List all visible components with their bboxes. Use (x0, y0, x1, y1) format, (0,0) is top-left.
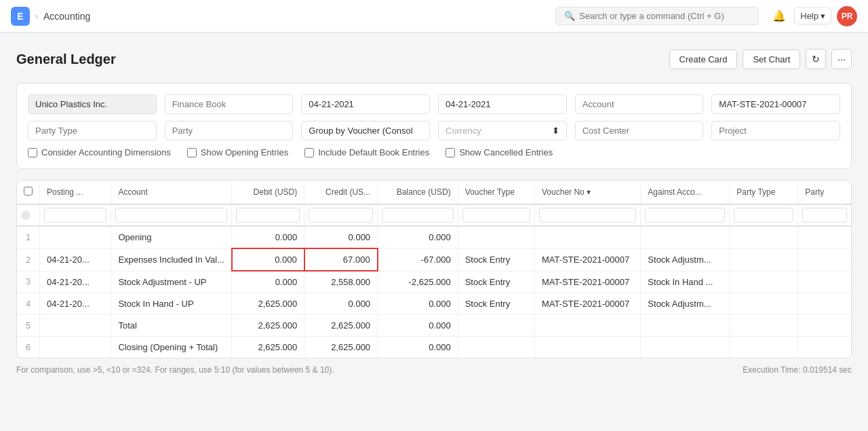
include-default-checkbox-label[interactable]: Include Default Book Entries (304, 147, 429, 157)
row-idx: 3 (17, 271, 40, 293)
cell-account: Closing (Opening + Total) (111, 337, 232, 358)
cell-posting-date: 04-21-20... (40, 248, 111, 271)
notification-bell-icon[interactable]: 🔔 (770, 7, 789, 25)
consider-accounting-checkbox-label[interactable]: Consider Accounting Dimensions (28, 147, 171, 157)
cell-voucher-no (535, 337, 641, 358)
filter-row-1: Unico Plastics Inc. 04-21-2021 04-21-202… (28, 94, 840, 114)
cell-credit: 2,625.000 (304, 315, 378, 337)
help-chevron-icon (821, 11, 825, 21)
filter-section: Unico Plastics Inc. 04-21-2021 04-21-202… (16, 83, 852, 169)
filter-posting-date-input[interactable] (44, 208, 106, 223)
party-type-filter[interactable] (28, 121, 157, 140)
filter-row-2: Group by Voucher (Consol Currency ⬍ (28, 121, 840, 140)
table-row: 5Total2,625.0002,625.0000.000 (17, 315, 851, 337)
filter-account-input[interactable] (115, 208, 227, 223)
breadcrumb-separator (35, 12, 38, 21)
consider-accounting-checkbox[interactable] (28, 148, 37, 157)
col-party-type: Party Type (730, 181, 798, 204)
show-cancelled-checkbox[interactable] (446, 148, 455, 157)
page-header: General Ledger Create Card Set Chart ↻ ·… (16, 49, 852, 69)
search-bar[interactable]: 🔍 (555, 7, 759, 25)
account-filter[interactable] (575, 94, 704, 114)
project-filter[interactable] (711, 121, 840, 140)
cell-debit: 0.000 (232, 226, 304, 248)
set-chart-button[interactable]: Set Chart (743, 50, 800, 69)
table-filter-row (17, 204, 851, 226)
cell-credit: 0.000 (304, 226, 378, 248)
filter-credit-input[interactable] (309, 208, 373, 223)
cost-center-filter[interactable] (575, 121, 704, 140)
date-from-filter[interactable]: 04-21-2021 (301, 94, 430, 114)
filter-account-cell[interactable] (111, 204, 232, 226)
show-cancelled-checkbox-label[interactable]: Show Cancelled Entries (446, 147, 553, 157)
ledger-table: Posting ... Account Debit (USD) Credit (… (17, 181, 851, 358)
cell-party (798, 337, 851, 358)
cell-debit: 0.000 (232, 271, 304, 293)
help-button[interactable]: Help (794, 7, 831, 24)
filter-against-account-cell[interactable] (641, 204, 730, 226)
table-row: 404-21-20...Stock In Hand - UP2,625.0000… (17, 293, 851, 315)
filter-debit-input[interactable] (236, 208, 300, 223)
filter-voucher-type-cell[interactable] (458, 204, 534, 226)
cell-voucher-type: Stock Entry (458, 271, 534, 293)
cell-account: Stock In Hand - UP (111, 293, 232, 315)
cell-voucher-no: MAT-STE-2021-00007 (535, 248, 641, 271)
topnav: E Accounting 🔍 🔔 Help PR (0, 0, 868, 33)
show-opening-checkbox-label[interactable]: Show Opening Entries (187, 147, 288, 157)
cell-voucher-type: Stock Entry (458, 248, 534, 271)
cell-party (798, 226, 851, 248)
party-filter[interactable] (165, 121, 294, 140)
filter-credit-cell[interactable] (304, 204, 378, 226)
topnav-actions: 🔔 Help PR (770, 6, 857, 26)
cell-voucher-no (535, 226, 641, 248)
filter-party-type-cell[interactable] (730, 204, 798, 226)
col-posting-date: Posting ... (40, 181, 111, 204)
col-credit: Credit (US... (304, 181, 378, 204)
cell-party (798, 248, 851, 271)
voucher-no-filter[interactable]: MAT-STE-2021-00007 (711, 94, 840, 114)
cell-balance: -2,625.000 (378, 271, 458, 293)
select-all-checkbox[interactable] (24, 187, 33, 195)
row-idx: 6 (17, 337, 40, 358)
finance-book-filter[interactable] (165, 94, 294, 114)
cell-credit: 2,558.000 (304, 271, 378, 293)
col-debit: Debit (USD) (232, 181, 304, 204)
date-to-filter[interactable]: 04-21-2021 (438, 94, 567, 114)
cell-account: Expenses Included In Val... (111, 248, 232, 271)
table-header-row: Posting ... Account Debit (USD) Credit (… (17, 181, 851, 204)
cell-posting-date (40, 337, 111, 358)
cell-account: Stock Adjustment - UP (111, 271, 232, 293)
voucher-no-sort-icon (587, 187, 591, 197)
show-opening-checkbox[interactable] (187, 148, 197, 157)
filter-voucher-no-input[interactable] (539, 208, 636, 223)
include-default-checkbox[interactable] (304, 148, 314, 157)
cell-balance: 0.000 (378, 315, 458, 337)
cell-party-type (730, 293, 798, 315)
col-voucher-type: Voucher Type (458, 181, 534, 204)
currency-filter[interactable]: Currency ⬍ (438, 121, 567, 140)
filter-party-input[interactable] (802, 208, 847, 223)
filter-balance-input[interactable] (382, 208, 454, 223)
cell-party-type (730, 337, 798, 358)
refresh-button[interactable]: ↻ (806, 49, 826, 69)
filter-posting-date-cell[interactable] (40, 204, 111, 226)
group-by-filter[interactable]: Group by Voucher (Consol (301, 121, 430, 140)
create-card-button[interactable]: Create Card (669, 50, 738, 69)
filter-party-type-input[interactable] (734, 208, 793, 223)
filter-balance-cell[interactable] (378, 204, 458, 226)
cell-balance: 0.000 (378, 337, 458, 358)
ledger-table-wrap: Posting ... Account Debit (USD) Credit (… (16, 180, 852, 358)
filter-against-account-input[interactable] (645, 208, 725, 223)
filter-debit-cell[interactable] (232, 204, 304, 226)
avatar[interactable]: PR (837, 6, 857, 26)
cell-against-account: Stock Adjustm... (641, 293, 730, 315)
more-options-button[interactable]: ··· (831, 49, 852, 69)
filter-voucher-type-input[interactable] (462, 208, 530, 223)
col-against-account: Against Acco... (641, 181, 730, 204)
filter-party-cell[interactable] (798, 204, 851, 226)
cell-debit: 0.000 (232, 248, 304, 271)
filter-voucher-no-cell[interactable] (535, 204, 641, 226)
cell-debit: 2,625.000 (232, 293, 304, 315)
search-input[interactable] (579, 11, 750, 21)
company-filter[interactable]: Unico Plastics Inc. (28, 94, 157, 114)
